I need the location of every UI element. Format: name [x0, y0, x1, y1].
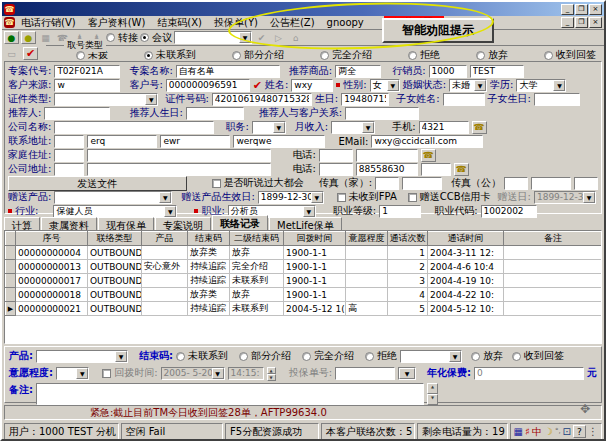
agent-id-field[interactable] [429, 65, 467, 78]
result-product-select[interactable]: ▼ [36, 350, 128, 363]
annual-premium-field[interactable] [474, 367, 584, 380]
policy-no-field[interactable] [335, 367, 395, 380]
marital-select[interactable]: 未婚▼ [449, 79, 487, 92]
table-row[interactable]: 00000000004OUTBOUND放弃类放弃1900-1-112004-3-… [6, 246, 603, 260]
contact-address-field-1[interactable] [87, 135, 157, 148]
spin-down-icon[interactable]: ▼ [427, 394, 438, 405]
dial-mobile-button[interactable]: ☎ [472, 121, 487, 134]
radio-not-reached[interactable]: 未联系到 [144, 48, 196, 62]
answer-button[interactable]: ● [21, 31, 36, 44]
name-field[interactable] [291, 79, 333, 92]
child-name-field[interactable] [443, 93, 485, 106]
mdi-minimize-button[interactable]: _ [561, 17, 574, 28]
forward-icon[interactable]: ▷ [271, 31, 286, 44]
menu-item-end-code[interactable]: 结束码(X) [151, 16, 208, 30]
policy-no-select[interactable]: ▼ [398, 367, 416, 380]
contact-address-field-3[interactable] [233, 135, 325, 148]
radio-end-receipt-received[interactable]: 收到回签 [512, 349, 564, 363]
tab-existing-policies[interactable]: 现有保单 [98, 217, 154, 230]
gift-effective-select[interactable]: 1899-12-30▼ [258, 191, 324, 204]
job-title-select[interactable]: ▼ [252, 121, 286, 134]
home-icon[interactable]: ⌂ [288, 31, 303, 44]
dial-button[interactable]: ● [4, 31, 19, 44]
signal-icon[interactable]: ♯ [525, 424, 530, 439]
mdi-restore-button[interactable]: ❐ [575, 17, 588, 28]
toolbar-combo[interactable]: ▼ [174, 31, 252, 44]
fax-home-field[interactable] [402, 177, 442, 190]
birthday-field[interactable] [341, 93, 389, 106]
table-row[interactable]: 00000000013OUTBOUND安心意外持续追踪完全介绍1900-1-12… [6, 260, 603, 274]
monthly-income-select[interactable]: ▼ [331, 121, 375, 134]
mobile-field[interactable] [419, 121, 469, 134]
fax-office-field[interactable] [531, 177, 571, 190]
col-remark[interactable]: 备注 [504, 232, 603, 246]
menu-item-bulletin[interactable]: 公告栏(Z) [264, 16, 321, 30]
home-zip-field[interactable] [54, 149, 84, 162]
degree-icon[interactable]: °, [555, 424, 561, 439]
radio-full-intro[interactable]: 完全介绍 [320, 48, 372, 62]
smart-dissuade-tip-button[interactable]: 智能劝阻提示 [382, 18, 494, 43]
col-product[interactable]: 产品 [142, 232, 188, 246]
remark-scrollbar[interactable]: ▲▼ [427, 383, 438, 405]
tab-affiliation[interactable]: 隶属资料 [41, 217, 97, 230]
ok-icon[interactable]: ✔ [254, 31, 269, 44]
col-willingness[interactable]: 意愿程度 [346, 232, 388, 246]
col-end-code[interactable]: 结束码 [188, 232, 230, 246]
project-name-field[interactable] [176, 65, 280, 78]
customer-source-field[interactable] [54, 79, 120, 92]
confirm-check-button[interactable]: ✔ [23, 47, 38, 60]
verify-check-icon[interactable]: ✔ [253, 79, 262, 92]
dial-home-button[interactable]: ☎ [421, 149, 436, 162]
chevron-down-icon[interactable]: ▼ [239, 32, 251, 43]
dial-company-button[interactable]: ☎ [454, 163, 469, 176]
col-call-time[interactable]: 通话时间 [428, 232, 504, 246]
table-row-selected[interactable]: ▶00000000021OUTBOUND持续追踪未联系到2004-5-12 1(… [6, 302, 603, 316]
mdi-close-button[interactable]: × [589, 17, 602, 28]
monitor-icon[interactable]: ⊡ [563, 424, 571, 439]
project-code-field[interactable] [54, 65, 120, 78]
table-row[interactable]: 00000000018OUTBOUND放弃类放弃1900-1-142004-4-… [6, 288, 603, 302]
id-no-field[interactable] [212, 93, 312, 106]
tab-contact-records[interactable]: 联络记录 [212, 215, 268, 230]
col-seq[interactable]: 序号 [16, 232, 88, 246]
company-phone-ext-field[interactable] [421, 163, 451, 176]
company-address-field[interactable] [87, 163, 271, 176]
fax-office-ext-field[interactable] [574, 177, 598, 190]
radio-end-rejected[interactable]: 拒绝 [365, 349, 397, 363]
home-phone-area-field[interactable] [319, 149, 353, 162]
send-file-button[interactable]: 发送文件 [8, 176, 187, 191]
col-end-code-2[interactable]: 二级结束码 [230, 232, 284, 246]
referrer-relation-field[interactable] [345, 107, 419, 120]
education-select[interactable]: 大学▼ [516, 79, 566, 92]
remark-textarea[interactable] [36, 383, 424, 405]
agent-name-field[interactable] [470, 65, 524, 78]
home-phone-field[interactable] [356, 149, 418, 162]
time-spinner[interactable]: ▲▼ [267, 367, 276, 380]
gift-product-select[interactable]: ▼ [54, 191, 172, 204]
end-code-select[interactable]: ▼ [400, 350, 462, 363]
radio-end-abandoned[interactable]: 放弃 [471, 349, 503, 363]
home-address-field[interactable] [87, 149, 271, 162]
recommend-product-field[interactable] [335, 65, 381, 78]
radio-conference[interactable]: 会议 [140, 31, 172, 45]
keyboard-icon[interactable]: ▦ [514, 424, 523, 439]
col-call-count[interactable]: 通话次数 [388, 232, 428, 246]
moon-icon[interactable]: ☽ [544, 424, 553, 439]
contact-zip-field[interactable] [54, 135, 84, 148]
id-type-select[interactable]: ▼ [54, 93, 158, 106]
col-callback-time[interactable]: 回拨时间 [284, 232, 346, 246]
radio-partial-intro[interactable]: 部分介绍 [232, 48, 284, 62]
more-icon[interactable]: ⋮ [588, 424, 598, 439]
referrer-field[interactable] [44, 107, 110, 120]
ime-indicator[interactable]: 中 [532, 424, 542, 439]
radio-receipt-received[interactable]: 收到回签 [544, 48, 596, 62]
menu-item-policy[interactable]: 投保单(Y) [208, 16, 264, 30]
company-phone-field[interactable] [356, 163, 418, 176]
menu-item-gnoopy[interactable]: gnoopy [321, 17, 370, 28]
radio-abandoned[interactable]: 放弃 [476, 48, 508, 62]
spin-up-icon[interactable]: ▲ [267, 367, 276, 374]
fpa-checkbox[interactable] [337, 193, 346, 202]
tab-project-notes[interactable]: 专案说明 [155, 217, 211, 230]
tab-metlife-policies[interactable]: MetLife保单 [269, 217, 342, 230]
gender-select[interactable]: 女▼ [370, 79, 400, 92]
